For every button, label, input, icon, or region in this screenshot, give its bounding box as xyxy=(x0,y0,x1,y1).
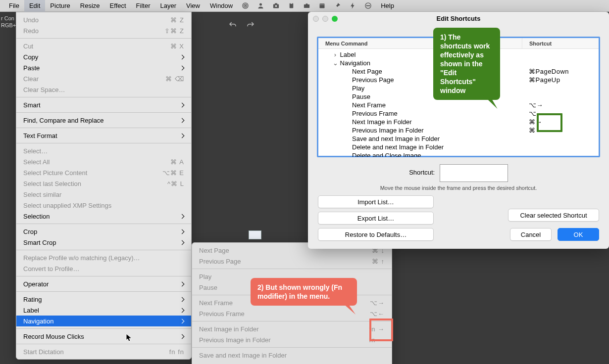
camera-icon[interactable] xyxy=(268,0,284,12)
tree-row[interactable]: Next Frame⌥→ xyxy=(318,101,599,109)
edit-menu-item[interactable]: Paste xyxy=(16,62,191,73)
edit-menu-item[interactable]: Navigation xyxy=(16,316,191,326)
cancel-button[interactable]: Cancel xyxy=(510,228,552,241)
edit-menu-item[interactable]: Smart Crop xyxy=(16,237,191,248)
tree-row-shortcut: ⌥→ xyxy=(522,101,599,109)
edit-menu-item: Clear⌘ ⌫ xyxy=(16,73,191,84)
person-icon[interactable] xyxy=(253,0,268,12)
redo-arrow-icon[interactable] xyxy=(246,21,255,30)
menu-item-label: Crop xyxy=(23,228,37,235)
submenu-arrow-icon xyxy=(180,240,184,244)
edit-menu-item[interactable]: Rating xyxy=(16,294,191,305)
submenu-arrow-icon xyxy=(180,118,184,122)
briefcase-icon[interactable] xyxy=(299,0,314,12)
tree-row-label: Save and next Image in Folder xyxy=(318,135,522,142)
menu-separator xyxy=(16,224,191,224)
zoom-window-dot[interactable] xyxy=(332,16,338,22)
svg-rect-11 xyxy=(320,3,325,8)
menu-item-label: Start Dictation xyxy=(23,348,64,356)
dots-icon[interactable] xyxy=(360,0,376,12)
menu-separator xyxy=(192,269,392,269)
disclosure-icon[interactable]: ⌄ xyxy=(332,59,338,67)
menu-item-label: Selection xyxy=(23,213,50,220)
menu-item-label: Select unapplied XMP Settings xyxy=(23,202,111,209)
tree-row[interactable]: Save and next Image in Folder xyxy=(318,135,599,143)
menu-item-label: Replace Profile w/o matching (Legacy)… xyxy=(23,254,140,262)
shortcut-input-row: Shortcut: xyxy=(308,164,609,182)
undo-arrow-icon[interactable] xyxy=(228,21,238,30)
shortcut-field-label: Shortcut: xyxy=(409,169,435,176)
nav-submenu-item: Previous Frame⌥← xyxy=(192,308,392,319)
shortcut-help-text: Move the mouse inside the frame and pres… xyxy=(308,185,609,191)
edit-menu-item[interactable]: Operator xyxy=(16,278,191,289)
clear-shortcut-button[interactable]: Clear selected Shortcut xyxy=(508,209,599,222)
menu-item-label: Copy xyxy=(23,53,38,61)
menu-item-shortcut: ⌘ ⌫ xyxy=(165,75,184,83)
menu-edit[interactable]: Edit xyxy=(24,0,45,12)
menu-layer[interactable]: Layer xyxy=(155,0,181,12)
tree-row[interactable]: Delete and Close Image xyxy=(318,151,599,157)
edit-menu-item: Redo⇧⌘ Z xyxy=(16,25,191,36)
shortcut-input[interactable] xyxy=(440,164,508,182)
bolt-icon[interactable] xyxy=(345,0,360,12)
min-window-dot[interactable] xyxy=(322,16,328,22)
clipboard-icon[interactable] xyxy=(284,0,299,12)
edit-menu-item: Replace Profile w/o matching (Legacy)… xyxy=(16,252,191,263)
nav-submenu-item: Delete and next Image in Folder xyxy=(192,361,392,364)
canvas-nav-arrows xyxy=(228,21,255,30)
menu-item-shortcut: ⌥⌘ E xyxy=(162,169,184,177)
disclosure-icon[interactable]: › xyxy=(332,51,338,58)
menu-item-shortcut: ⌘ ↑ xyxy=(372,258,385,265)
menu-separator xyxy=(16,97,191,97)
close-window-dot[interactable] xyxy=(313,16,319,22)
target-icon[interactable] xyxy=(238,0,253,12)
menu-separator xyxy=(16,344,191,344)
menu-item-label: Label xyxy=(23,307,39,314)
menu-item-label: Play xyxy=(199,273,211,280)
menu-resize[interactable]: Resize xyxy=(75,0,105,12)
tree-row[interactable]: Delete and next Image in Folder xyxy=(318,143,599,151)
menu-item-label: Clear xyxy=(23,75,39,83)
calendar-icon[interactable] xyxy=(314,0,330,12)
export-list-button[interactable]: Export List… xyxy=(318,212,434,225)
edit-menu-item[interactable]: Record Mouse Clicks xyxy=(16,331,191,342)
annotation-highlight-green xyxy=(537,113,562,132)
svg-rect-6 xyxy=(275,3,277,5)
menu-item-label: Next Page xyxy=(199,247,229,254)
edit-dropdown-menu: Undo⌘ ZRedo⇧⌘ ZCut⌘ XCopyPasteClear⌘ ⌫Cl… xyxy=(16,12,192,360)
edit-menu-item[interactable]: Selection xyxy=(16,211,191,222)
menu-item-label: Rating xyxy=(23,296,42,303)
edit-menu-item: Cut⌘ X xyxy=(16,41,191,51)
submenu-arrow-icon xyxy=(180,334,184,338)
menu-file[interactable]: File xyxy=(4,0,24,12)
menu-help[interactable]: Help xyxy=(376,0,399,12)
menu-separator xyxy=(16,276,191,276)
menu-item-shortcut: fn fn xyxy=(169,348,184,356)
menu-item-label: Navigation xyxy=(23,318,53,325)
edit-menu-item[interactable]: Crop xyxy=(16,226,191,237)
submenu-arrow-icon xyxy=(180,229,184,233)
edit-menu-item[interactable]: Copy xyxy=(16,51,191,62)
pin-icon[interactable] xyxy=(330,0,345,12)
ok-button[interactable]: OK xyxy=(558,228,599,241)
menu-window[interactable]: Window xyxy=(205,0,238,12)
menu-picture[interactable]: Picture xyxy=(45,0,75,12)
edit-menu-item[interactable]: Smart xyxy=(16,99,191,110)
edit-menu-item[interactable]: Find, Compare and Replace xyxy=(16,115,191,126)
restore-defaults-button[interactable]: Restore to Defaults… xyxy=(318,228,434,241)
import-list-button[interactable]: Import List… xyxy=(318,195,434,208)
svg-rect-8 xyxy=(291,2,293,4)
menu-item-label: Select… xyxy=(23,147,48,155)
menu-view[interactable]: View xyxy=(181,0,205,12)
col-header-shortcut[interactable]: Shortcut xyxy=(522,38,599,48)
menu-filter[interactable]: Filter xyxy=(131,0,155,12)
menu-separator xyxy=(16,291,191,292)
edit-menu-item[interactable]: Text Format xyxy=(16,130,191,141)
nav-submenu-item: Previous Page⌘ ↑ xyxy=(192,256,392,267)
edit-menu-item: Select Picture Content⌥⌘ E xyxy=(16,167,191,178)
edit-menu-item[interactable]: Label xyxy=(16,305,191,316)
tree-row-label: Next Image in Folder xyxy=(318,118,522,126)
menu-effect[interactable]: Effect xyxy=(105,0,131,12)
menu-item-label: Next Image in Folder xyxy=(199,325,259,333)
submenu-arrow-icon xyxy=(180,103,184,107)
